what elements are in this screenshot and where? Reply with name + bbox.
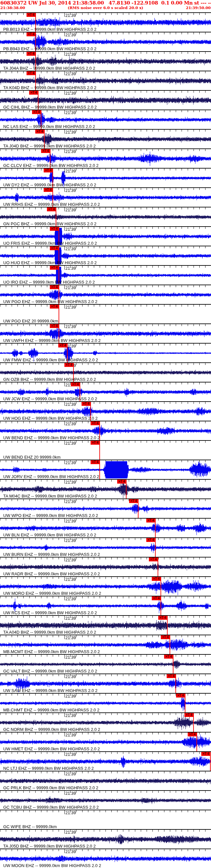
minute-tick-label: 21:39 (65, 791, 76, 796)
trace-row[interactable]: 21:39 ×T 4 UW BURN EHZ -- 99999.0km BW H… (0, 537, 211, 557)
trace-row[interactable]: 21:39 ×T 4 GC NORM BHZ -- 99999.0km BW H… (0, 712, 211, 732)
pick-marker[interactable]: ×T 4 (91, 421, 100, 425)
trace-row[interactable]: 21:39 ×T 4 UW WPO EHZ -- 99999.0km BW HI… (0, 498, 211, 518)
trace-row[interactable]: 21:39 TA J05D BHZ -- 99999.0km BW HIGHPA… (0, 829, 211, 848)
minute-tick-label: 21:39 (65, 227, 76, 232)
trace-row[interactable]: 21:39 ×T 4 MB.CHMT EHZ -- 99999.0km BW H… (0, 693, 211, 712)
trace-row[interactable]: 21:39 ×T 4 UO FRIS EHZ -- 99999.0km BW H… (0, 226, 211, 246)
pick-marker[interactable]: ×T 4 (161, 635, 170, 639)
pick-marker[interactable]: ×T 4 (64, 363, 73, 367)
trace-row[interactable]: 21:39 ×T 4 TA J04D BHZ -- 99999.0km BW H… (0, 129, 211, 149)
pick-marker[interactable]: ×T 4 (44, 188, 53, 192)
pick-marker[interactable]: ×T 4 (149, 557, 158, 561)
pick-marker[interactable]: ×T 4 (164, 655, 173, 659)
trace-row[interactable]: 21:39 ×T 4 NC LTJ EHZ -- 99999.0km BW HI… (0, 751, 211, 771)
pick-marker[interactable]: ×T 4 (27, 52, 36, 56)
trace-row[interactable]: 21:39 ×T 4 UW JORV EHZ -- 99999.0km BW H… (0, 460, 211, 479)
trace-row[interactable]: 21:39 ×T 4 PB.B013 EHZ -- 99999.0km BW H… (0, 12, 211, 32)
minute-tick-label: 21:39 (65, 188, 76, 193)
pick-marker[interactable]: ×T 4 (50, 305, 59, 309)
trace-row[interactable]: 21:39 ×T 4 TA A04D BHZ -- 99999.0km BW H… (0, 615, 211, 634)
station-label: UW WPO EHZ -- 99999.0km BW HIGHPASS 2.0 … (3, 513, 98, 518)
trace-row[interactable]: 21:39 ×T 4 UW RCS EHZ -- 99999.0km BW HI… (0, 596, 211, 615)
trace-row[interactable]: 21:39 ×T 4 UO IRO EHZ -- 99999.0km BW HI… (0, 265, 211, 285)
pick-marker[interactable]: ×T 4 (50, 324, 59, 328)
pick-marker[interactable]: ×T 4 (27, 13, 36, 17)
pick-marker[interactable]: ×T 4 (29, 91, 38, 95)
station-label: UW MOON EHZ -- 99999.0km BW HIGHPASS 2.0… (3, 863, 101, 868)
minute-tick-label: 21:39 (65, 655, 76, 659)
pick-marker[interactable]: ×T 4 (184, 713, 194, 717)
pick-marker[interactable]: ×T 4 (50, 227, 59, 231)
trace-row[interactable]: 21:39 ×T 4 UO HUO EHZ -- 99999.0km BW HI… (0, 246, 211, 265)
station-label: TA K04D BHZ -- 99999.0km BW HIGHPASS 2.0… (3, 85, 97, 90)
trace-row[interactable]: 21:39 ×T 4 GN OZB BHZ -- 99999.0km BW HI… (0, 362, 211, 382)
trace-row[interactable]: 21:39 ×T 4 UW DY2 EHZ -- 99999.0km BW HI… (0, 168, 211, 187)
trace-row[interactable]: 21:39 ×T 4 UW RRHS EHZ -- 99999.0km BW H… (0, 187, 211, 207)
pick-marker[interactable]: ×T 4 (91, 460, 100, 464)
pick-marker[interactable]: ×T 4 (47, 208, 56, 211)
minute-tick-label: 21:39 (65, 771, 76, 776)
trace-row[interactable]: 21:39 ×T 4 UW SAW EHZ -- 99999.0km BW HI… (0, 674, 211, 693)
pick-marker[interactable]: ×T 4 (158, 616, 167, 620)
minute-tick-label: 21:39 (65, 52, 76, 57)
trace-row[interactable]: 21:39 GC PRLK BHZ -- 99999.0km BW HIGHPA… (0, 771, 211, 790)
trace-row[interactable]: 21:39 ×T 4 UW JCW EHZ -- 99999.0km BW HI… (0, 382, 211, 401)
pick-marker[interactable]: ×T 4 (152, 577, 161, 581)
trace-row[interactable]: 21:39 ×T 4 GN PGC BHZ -- 99999.0km BW HI… (0, 207, 211, 226)
trace-row[interactable]: 21:39 ×T 4 UW BEND EHZ -- 99999.0km BW H… (0, 421, 211, 440)
pick-marker[interactable]: ×T 4 (167, 674, 176, 678)
pick-marker[interactable]: ×T 4 (176, 693, 185, 698)
station-label: MB.MCMT EHZ -- 99999.0km BW HIGHPASS 2.0… (3, 649, 100, 654)
pick-marker[interactable]: ×T 4 (50, 266, 59, 270)
trace-row[interactable]: 21:39 ×T 4 MB.MCMT EHZ -- 99999.0km BW H… (0, 634, 211, 654)
trace-row[interactable]: 21:39 ×T 4 UW MORO EHZ -- 99999.0km BW H… (0, 576, 211, 596)
station-label: PB.B943 EHZ -- 99999.0km BW HIGHPASS 2.0… (3, 46, 97, 51)
minute-tick-label: 21:39 (65, 519, 76, 523)
trace-row[interactable]: 21:39 ×T 4 UW BLN EHZ -- 99999.0km BW HI… (0, 518, 211, 537)
pick-marker[interactable]: ×T 4 (44, 168, 53, 173)
pick-marker[interactable]: ×T 4 (91, 441, 100, 445)
pick-marker[interactable]: ×T 4 (146, 538, 155, 542)
trace-row[interactable]: 21:39 GC TCBU BHZ -- 99999.0km BW HIGHPA… (0, 790, 211, 810)
station-label: UW FMW EHZ -- 99999.0km BW HIGHPASS 2.0 … (3, 358, 98, 362)
trace-row[interactable]: 21:39 ×T 4 GC CIHL BHZ -- 99999.0km BW H… (0, 90, 211, 110)
trace-row[interactable]: 21:39 ×T 4 TA K04D BHZ -- 99999.0km BW H… (0, 71, 211, 90)
pick-marker[interactable]: ×T 4 (201, 752, 210, 756)
station-label: UW RCS EHZ -- 99999.0km BW HIGHPASS 2.0 … (3, 610, 97, 615)
trace-row[interactable]: 21:39 ×T 4 TA J04A BHZ -- 99999.0km BW H… (0, 51, 211, 71)
pick-marker[interactable]: ×T 4 (146, 519, 155, 523)
trace-row[interactable]: 21:39 UW MOON EHZ -- 99999.0km BW HIGHPA… (0, 848, 211, 868)
pick-marker[interactable]: ×T 4 (58, 344, 67, 347)
trace-row[interactable]: 21:39 ×T 4 UW PGO EHZ -- 99999.0km BW HI… (0, 285, 211, 304)
pick-marker[interactable]: ×T 4 (129, 499, 138, 503)
pick-marker[interactable]: ×T 4 (81, 402, 91, 406)
trace-row[interactable]: 21:39 ×T 4 UW HMET EHZ -- 99999.0km BW H… (0, 732, 211, 751)
pick-marker[interactable]: ×T 4 (32, 110, 41, 114)
pick-marker[interactable]: ×T 4 (27, 32, 36, 36)
pick-marker[interactable]: ×T 4 (188, 733, 197, 736)
trace-row[interactable]: 21:39 ×T 4 PB.B943 EHZ -- 99999.0km BW H… (0, 32, 211, 51)
trace-row[interactable]: 21:39 ×T 4 UW UWFH EHZ -- 99999.0km BW H… (0, 323, 211, 343)
pick-marker[interactable]: ×T 4 (152, 596, 161, 600)
station-label: NC LAS EHZ -- 99999.0km BW HIGHPASS 2.0 … (3, 124, 95, 129)
trace-row[interactable]: 21:39 ×T 4 GC VALT BHZ -- 99999.0km BW H… (0, 654, 211, 674)
trace-row[interactable]: 21:39 ×T 4 UW HOG EHZ -- 99999.0km BW HI… (0, 401, 211, 421)
pick-marker[interactable]: ×T 4 (27, 71, 36, 75)
station-label: UW HMET EHZ -- 99999.0km BW HIGHPASS 2.0… (3, 746, 100, 751)
trace-row[interactable]: 21:39 ×T 4 TA M04C BHZ -- 99999.0km BW H… (0, 479, 211, 498)
event-summary-line: 60830372 UW Jul 30, 2014 21:38:58.00 47.… (0, 0, 211, 6)
pick-marker[interactable]: ×T 4 (50, 246, 59, 250)
pick-marker[interactable]: ×T 4 (41, 149, 50, 153)
trace-row[interactable]: 21:39 GC WIFE BHZ -- 99999.0km (0, 810, 211, 829)
trace-row[interactable]: 21:39 ×T 4 UW FMW EHZ -- 99999.0km BW HI… (0, 343, 211, 362)
trace-row[interactable]: 21:39 ×T 4 NC LAS EHZ -- 99999.0km BW HI… (0, 110, 211, 129)
pick-marker[interactable]: ×T 4 (71, 382, 80, 386)
pick-marker[interactable]: ×T 4 (35, 130, 44, 133)
trace-row[interactable]: 21:39 ×T 4 UW BEND EHZ 20 99999.0km (0, 440, 211, 460)
pick-marker[interactable]: ×T 4 (117, 480, 126, 484)
trace-row[interactable]: 21:39 ×T 4 GC CLCV EHZ -- 99999.0km BW H… (0, 149, 211, 168)
trace-row[interactable]: 21:39 ×T 4 UW RADR BHZ -- 99999.0km BW H… (0, 557, 211, 576)
pick-marker[interactable]: ×T 4 (50, 285, 59, 289)
trace-row[interactable]: 21:39 ×T 4 UW PGO EHZ 20 99999.0km (0, 304, 211, 323)
